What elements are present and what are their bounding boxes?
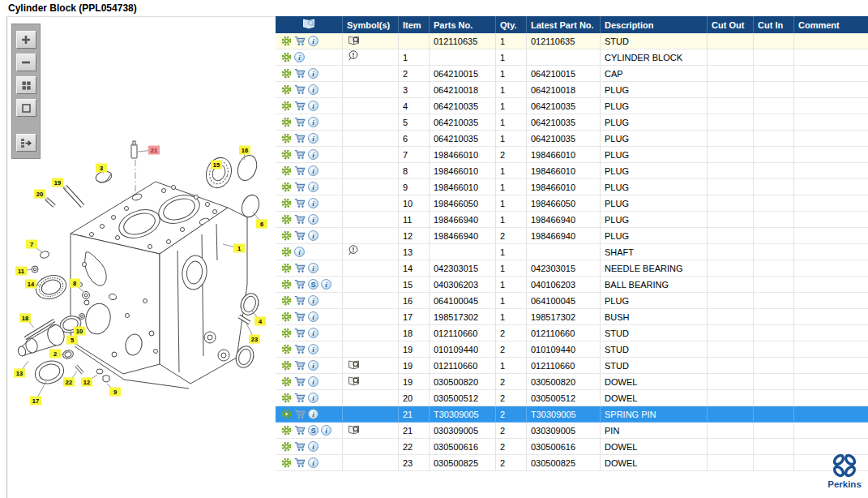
table-row[interactable]: i180121106602012110660STUD	[276, 325, 868, 341]
cart-icon[interactable]	[294, 198, 306, 208]
gear-icon[interactable]	[281, 198, 292, 208]
cart-icon[interactable]	[294, 133, 306, 144]
table-row[interactable]: i 190121106601012110660STUD	[276, 358, 868, 374]
cart-icon[interactable]	[294, 441, 306, 452]
info-icon[interactable]: i	[308, 360, 319, 371]
gear-icon[interactable]	[281, 214, 292, 225]
diagram-callout-16[interactable]: 16	[239, 146, 250, 155]
info-icon[interactable]: i	[308, 295, 319, 306]
diagram-callout-22[interactable]: 22	[63, 378, 75, 387]
cart-icon[interactable]	[294, 84, 306, 95]
diagram-callout-20[interactable]: 20	[34, 190, 45, 199]
info-icon[interactable]: i	[294, 247, 305, 257]
info-icon[interactable]: i	[308, 36, 319, 46]
table-row[interactable]: i20642100151064210015CAP	[276, 66, 868, 82]
info-icon[interactable]: i	[308, 393, 319, 403]
gear-icon[interactable]	[281, 230, 292, 241]
table-row[interactable]: i30642100181064210018PLUG	[276, 82, 868, 98]
info-icon[interactable]: i	[308, 149, 319, 160]
diagram-callout-12[interactable]: 12	[81, 378, 92, 387]
cart-icon[interactable]	[294, 230, 306, 241]
cart-icon[interactable]	[294, 295, 306, 306]
gear-icon[interactable]	[281, 376, 292, 387]
info-icon[interactable]: i	[308, 376, 319, 387]
gear-icon[interactable]	[281, 247, 292, 257]
gear-icon[interactable]	[281, 133, 292, 144]
cart-icon[interactable]	[294, 425, 306, 436]
diagram-callout-1[interactable]: 1	[233, 244, 245, 253]
diagram-callout-7[interactable]: 7	[26, 240, 37, 249]
diagram-callout-4[interactable]: 4	[254, 317, 266, 326]
info-icon[interactable]: i	[308, 198, 319, 208]
supersession-icon[interactable]: S	[308, 425, 319, 436]
export-panel-button[interactable]	[16, 134, 36, 152]
gear-icon[interactable]	[281, 101, 292, 111]
table-row[interactable]: i220305006162030500616DOWEL	[276, 439, 868, 455]
table-row[interactable]: i60642100351064210035PLUG	[276, 131, 868, 147]
diagram-callout-5[interactable]: 5	[66, 336, 78, 345]
gear-icon[interactable]	[281, 409, 292, 419]
table-row[interactable]: i 11CYLINDER BLOCK	[276, 49, 868, 66]
gear-icon[interactable]	[281, 393, 292, 403]
supersession-icon[interactable]: S	[308, 279, 319, 290]
book-callout-icon[interactable]	[348, 35, 361, 46]
info-icon[interactable]: i	[308, 182, 319, 192]
info-icon[interactable]: i	[308, 117, 319, 127]
cart-icon[interactable]	[294, 360, 306, 371]
gear-icon[interactable]	[281, 165, 292, 176]
info-icon[interactable]: i	[308, 68, 319, 79]
table-row[interactable]: Si 210303090052030309005PIN	[276, 423, 868, 439]
cart-icon[interactable]	[294, 328, 306, 338]
gear-icon[interactable]	[281, 311, 292, 322]
gear-icon[interactable]	[281, 328, 292, 338]
balloon-callout-icon[interactable]	[348, 245, 359, 257]
zoom-out-button[interactable]	[16, 54, 36, 71]
gear-icon[interactable]	[281, 84, 292, 95]
info-icon[interactable]: i	[308, 344, 319, 354]
info-icon[interactable]: i	[321, 279, 331, 290]
gear-icon[interactable]	[281, 279, 292, 290]
cart-icon[interactable]	[294, 149, 306, 160]
info-icon[interactable]: i	[294, 52, 305, 62]
diagram-callout-17[interactable]: 17	[30, 397, 41, 406]
table-row[interactable]: i50642100351064210035PLUG	[276, 114, 868, 131]
cart-icon[interactable]	[294, 68, 306, 79]
cart-icon[interactable]	[294, 344, 306, 354]
cart-icon[interactable]	[294, 393, 306, 403]
table-row[interactable]: i 190305008202030500820DOWEL	[276, 374, 868, 390]
gear-icon[interactable]	[281, 441, 292, 452]
cart-icon[interactable]	[294, 457, 306, 468]
table-row[interactable]: i 0121106351012110635STUD	[276, 33, 868, 49]
diagram-callout-14[interactable]: 14	[25, 280, 36, 289]
cart-icon[interactable]	[294, 279, 306, 290]
info-icon[interactable]: i	[308, 457, 319, 468]
gear-icon[interactable]	[281, 425, 292, 436]
diagram-callout-3[interactable]: 3	[96, 164, 107, 173]
diagram-callout-15[interactable]: 15	[211, 161, 222, 170]
diagram-callout-8[interactable]: 8	[69, 279, 80, 288]
tile-view-button[interactable]	[16, 76, 36, 94]
table-row[interactable]: i40642100351064210035PLUG	[276, 98, 868, 114]
diagram-callout-2[interactable]: 2	[49, 350, 61, 358]
info-icon[interactable]: i	[308, 84, 319, 95]
cart-icon[interactable]	[294, 165, 306, 176]
gear-icon[interactable]	[281, 295, 292, 306]
gear-icon[interactable]	[281, 344, 292, 354]
info-icon[interactable]: i	[308, 409, 319, 419]
table-row[interactable]: i190101094402010109440STUD	[276, 341, 868, 358]
table-row[interactable]: i81984660101198466010PLUG	[276, 163, 868, 179]
cart-icon[interactable]	[294, 182, 306, 192]
gear-icon[interactable]	[281, 52, 292, 62]
info-icon[interactable]: i	[308, 165, 319, 176]
table-row[interactable]: i101984660501198466050PLUG	[276, 195, 868, 212]
diagram-callout-9[interactable]: 9	[109, 388, 121, 397]
gear-icon[interactable]	[281, 149, 292, 160]
table-row[interactable]: i230305008252030500825DOWEL	[276, 455, 868, 471]
cart-icon[interactable]	[294, 376, 306, 387]
gear-icon[interactable]	[281, 68, 292, 79]
info-icon[interactable]: i	[308, 214, 319, 225]
gear-icon[interactable]	[281, 36, 292, 46]
info-icon[interactable]: i	[308, 101, 319, 111]
cart-icon[interactable]	[294, 311, 306, 322]
info-icon[interactable]: i	[308, 311, 319, 322]
